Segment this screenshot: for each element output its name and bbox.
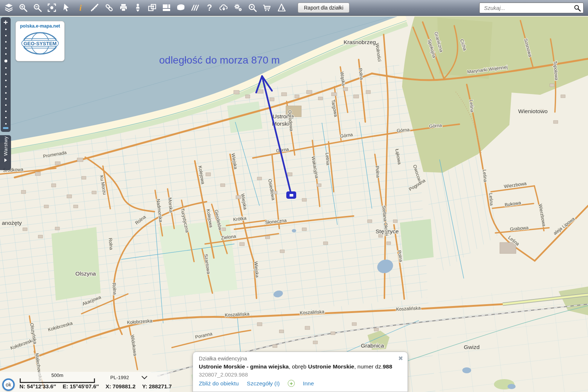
globe-logo: GEO-SYSTEM <box>19 29 61 58</box>
svg-text:GEO-SYSTEM: GEO-SYSTEM <box>24 41 57 46</box>
popup-title: Działka ewidencyjna <box>199 356 402 362</box>
layout-panels-icon[interactable] <box>159 1 173 15</box>
measure-ruler-icon[interactable] <box>87 1 102 15</box>
profile-lines-icon[interactable] <box>188 1 202 15</box>
svg-text:?: ? <box>207 3 212 12</box>
svg-text:Leśna: Leśna <box>469 100 475 112</box>
search-box <box>479 3 584 13</box>
zoom-out-icon[interactable] <box>30 1 44 15</box>
zoom-out-button[interactable] <box>3 127 8 129</box>
details-link[interactable]: Szczegóły (I) <box>247 380 280 387</box>
help-icon[interactable]: ? <box>202 1 216 15</box>
svg-text:Leśna: Leśna <box>488 193 494 206</box>
obreb-name: Ustronie Morskie <box>308 363 354 370</box>
svg-text:Wieniotowo: Wieniotowo <box>518 108 548 114</box>
crs-selector[interactable]: PL-1992 <box>110 375 147 380</box>
polygon-select-icon[interactable] <box>173 1 188 15</box>
coord-y: Y: 288271.7 <box>142 383 172 389</box>
zoom-extent-icon[interactable] <box>44 1 59 15</box>
report-parcel-button[interactable]: Raport dla działki <box>298 3 349 13</box>
zoom-current-level[interactable] <box>4 60 7 62</box>
distance-label: odległość do morza 870 m <box>159 54 280 66</box>
identify-info-icon[interactable]: i <box>73 1 87 15</box>
print-icon[interactable] <box>116 1 130 15</box>
geo-system-logo: polska.e-mapa.net GEO-SYSTEM <box>15 21 65 61</box>
main-toolbar: i ? Raport dla działki <box>0 0 588 16</box>
coord-n: N: 54°12′33.6″ <box>19 383 56 389</box>
svg-text:Rolna: Rolna <box>108 238 114 250</box>
search-input[interactable] <box>483 4 574 11</box>
add-plus-icon[interactable]: + <box>288 380 295 387</box>
site-name: polska.e-mapa.net <box>20 24 60 29</box>
crs-label: PL-1992 <box>110 375 129 380</box>
more-link[interactable]: Inne <box>303 380 314 387</box>
cloud-download-icon[interactable] <box>216 1 231 15</box>
parcel-id: 320807_2.0029.988 <box>199 371 402 378</box>
settings-gears-icon[interactable] <box>231 1 245 15</box>
zoom-level-dots[interactable] <box>4 26 7 127</box>
street-view-icon[interactable] <box>130 1 145 15</box>
zoom-in-button[interactable]: + <box>3 19 8 26</box>
search-icon[interactable] <box>574 4 581 12</box>
svg-text:Gwizd: Gwizd <box>464 344 480 350</box>
chevron-down-icon <box>141 376 147 380</box>
expand-arrow-icon <box>4 158 7 162</box>
svg-text:anożęty: anożęty <box>2 220 22 226</box>
svg-text:Rolna: Rolna <box>111 283 118 295</box>
parcel-number: 988 <box>383 363 392 370</box>
svg-text:Leśna: Leśna <box>482 169 488 182</box>
popup-close-icon[interactable]: ✖ <box>398 356 403 362</box>
link-icon[interactable] <box>102 1 116 15</box>
scale-bar: 500m <box>19 373 95 383</box>
svg-text:Olszyna: Olszyna <box>75 270 96 277</box>
svg-text:Polna: Polna <box>374 166 381 178</box>
layers-icon[interactable] <box>1 1 16 15</box>
app-window: Krasnobrzeg Wieniotowo Ustronie Morskie … <box>0 0 588 392</box>
search-address-icon[interactable] <box>245 1 259 15</box>
obreb-prefix: , obręb <box>289 363 308 370</box>
svg-text:Krasnobrzeg: Krasnobrzeg <box>344 39 376 45</box>
svg-text:Grabnica: Grabnica <box>361 342 384 349</box>
zoom-to-object-link[interactable]: Zbliż do obiektu <box>199 380 239 387</box>
zoom-in-icon[interactable] <box>16 1 30 15</box>
parcel-info-popup: ✖ Działka ewidencyjna Ustronie Morskie -… <box>193 352 408 392</box>
coordinates-readout: N: 54°12′33.6″ E: 15°45′07.6″ X: 709881.… <box>19 383 177 389</box>
ok-button[interactable]: ok <box>2 378 15 391</box>
scale-label: 500m <box>19 373 95 378</box>
gmina-name: Ustronie Morskie - gmina wiejska <box>199 363 289 370</box>
pointer-icon[interactable] <box>59 1 73 15</box>
cart-icon[interactable] <box>259 1 274 15</box>
layers-panel-tab[interactable]: Warstwy <box>0 135 11 170</box>
zoom-slider: + <box>1 17 11 132</box>
coord-e: E: 15°45′07.6″ <box>63 383 99 389</box>
scale-bar-graphic <box>19 378 95 383</box>
acoustic-warning-icon[interactable] <box>274 1 288 15</box>
compare-windows-icon[interactable] <box>145 1 159 15</box>
numer-prefix: , numer dz. <box>354 363 383 370</box>
parcel-description: Ustronie Morskie - gmina wiejska, obręb … <box>199 363 402 370</box>
layers-tab-label: Warstwy <box>3 136 8 156</box>
coord-x: X: 709881.2 <box>105 383 136 389</box>
svg-text:i: i <box>79 3 82 12</box>
map-canvas[interactable]: Krasnobrzeg Wieniotowo Ustronie Morskie … <box>0 0 588 392</box>
svg-text:Letnia: Letnia <box>325 152 331 165</box>
